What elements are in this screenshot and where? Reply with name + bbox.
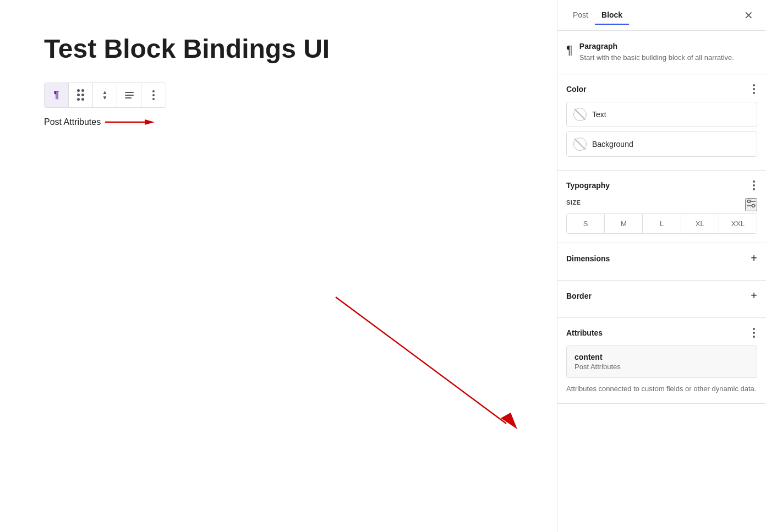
three-dots-vertical-icon <box>152 90 155 100</box>
color-section-title: Color <box>566 85 587 94</box>
attributes-content-item[interactable]: content Post Attributes <box>566 345 757 378</box>
svg-line-2 <box>336 297 506 424</box>
paragraph-description: Start with the basic building block of a… <box>579 53 734 63</box>
three-dots-attributes-icon <box>753 328 755 338</box>
size-xl-button[interactable]: XL <box>681 214 719 233</box>
color-text-label: Text <box>592 110 606 119</box>
size-m-button[interactable]: M <box>605 214 643 233</box>
size-l-button[interactable]: L <box>643 214 681 233</box>
color-background-option[interactable]: Background <box>566 131 757 157</box>
close-sidebar-button[interactable]: ✕ <box>740 7 757 24</box>
diagonal-red-arrow-icon <box>319 286 528 440</box>
color-text-swatch <box>573 108 587 121</box>
chevron-updown-icon: ▲ ▼ <box>102 90 108 101</box>
attribute-key: content <box>574 353 749 361</box>
size-xxl-button[interactable]: XXL <box>719 214 757 233</box>
color-section-header: Color <box>566 83 757 95</box>
svg-marker-3 <box>501 413 517 429</box>
block-content-text: Post Attributes <box>44 117 101 127</box>
border-add-button[interactable]: + <box>751 289 757 302</box>
attributes-note: Attributes connected to custom fields or… <box>566 383 757 394</box>
typography-section: Typography SIZE S M L <box>557 171 766 243</box>
attributes-section-title: Attributes <box>566 328 603 337</box>
typography-section-title: Typography <box>566 181 610 190</box>
color-section-menu-button[interactable] <box>751 83 757 95</box>
typography-section-header: Typography <box>566 179 757 191</box>
color-text-option[interactable]: Text <box>566 102 757 127</box>
typography-section-menu-button[interactable] <box>751 179 757 191</box>
align-icon <box>125 92 134 98</box>
editor-area: Test Block Bindings UI ¶ ▲ ▼ <box>0 0 557 532</box>
more-options-button[interactable] <box>141 83 166 107</box>
color-background-swatch <box>573 138 587 151</box>
sidebar: Post Block ✕ ¶ Paragraph Start with the … <box>557 0 766 532</box>
block-text-row: Post Attributes <box>44 117 513 128</box>
three-dots-color-icon <box>753 84 755 94</box>
attributes-section-header: Attributes <box>566 327 757 339</box>
drag-dots-icon <box>77 89 84 101</box>
svg-marker-1 <box>145 119 155 125</box>
size-filter-button[interactable] <box>745 198 757 211</box>
dimensions-add-button[interactable]: + <box>751 252 757 265</box>
attribute-value: Post Attributes <box>574 363 749 371</box>
dimensions-section-title: Dimensions <box>566 254 610 263</box>
move-up-down-button[interactable]: ▲ ▼ <box>93 83 117 107</box>
paragraph-info-section: ¶ Paragraph Start with the basic buildin… <box>557 31 766 74</box>
block-toolbar: ¶ ▲ ▼ <box>44 83 166 108</box>
dimensions-section-header: Dimensions + <box>566 252 757 265</box>
svg-point-7 <box>752 205 755 207</box>
size-label: SIZE <box>566 199 581 206</box>
attributes-section-menu-button[interactable] <box>751 327 757 339</box>
paragraph-icon: ¶ <box>53 89 59 101</box>
size-buttons: S M L XL XXL <box>566 213 757 234</box>
color-background-label: Background <box>592 140 633 149</box>
svg-point-6 <box>748 200 751 203</box>
three-dots-typography-icon <box>753 180 755 190</box>
drag-handle-button[interactable] <box>69 83 93 107</box>
color-section: Color Text Background <box>557 74 766 171</box>
sliders-icon <box>746 199 756 208</box>
paragraph-info: Paragraph Start with the basic building … <box>579 42 734 63</box>
red-arrow-icon <box>105 117 155 128</box>
size-controls: SIZE <box>566 198 757 211</box>
paragraph-title: Paragraph <box>579 42 734 51</box>
border-section: Border + <box>557 281 766 318</box>
tab-block[interactable]: Block <box>595 6 629 25</box>
tab-post[interactable]: Post <box>566 6 595 25</box>
dimensions-section: Dimensions + <box>557 243 766 281</box>
paragraph-section-icon: ¶ <box>566 43 573 57</box>
size-s-button[interactable]: S <box>567 214 605 233</box>
align-button[interactable] <box>117 83 141 107</box>
border-section-title: Border <box>566 292 592 300</box>
paragraph-type-button[interactable]: ¶ <box>45 83 69 107</box>
sidebar-tabs: Post Block ✕ <box>557 0 766 31</box>
border-section-header: Border + <box>566 289 757 302</box>
page-title: Test Block Bindings UI <box>44 33 513 65</box>
attributes-section: Attributes content Post Attributes Attri… <box>557 318 766 404</box>
